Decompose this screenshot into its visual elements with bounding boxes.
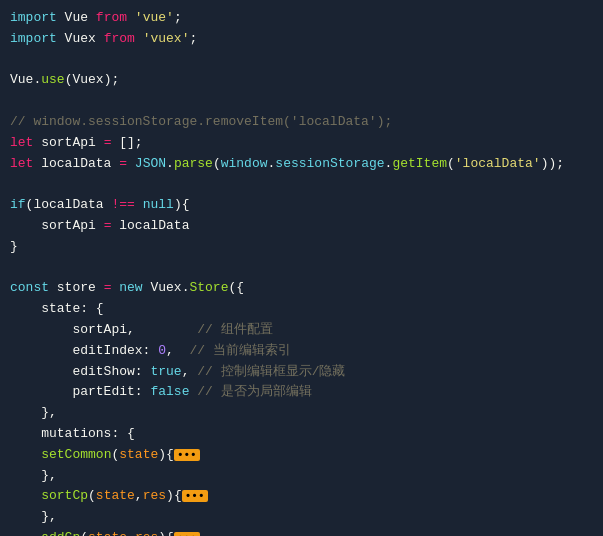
code-line-9 (10, 174, 593, 195)
code-line-8: let localData = JSON.parse(window.sessio… (10, 154, 593, 175)
code-line-6: // window.sessionStorage.removeItem('loc… (10, 112, 593, 133)
code-line-24: sortCp(state,res){••• (10, 486, 593, 507)
code-line-25: }, (10, 507, 593, 528)
code-line-10: if(localData !== null){ (10, 195, 593, 216)
code-line-20: }, (10, 403, 593, 424)
code-line-2: import Vuex from 'vuex'; (10, 29, 593, 50)
code-line-14: const store = new Vuex.Store({ (10, 278, 593, 299)
code-line-1: import Vue from 'vue'; (10, 8, 593, 29)
collapse-badge-3[interactable]: ••• (174, 532, 200, 536)
code-line-17: editIndex: 0, // 当前编辑索引 (10, 341, 593, 362)
code-line-16: sortApi, // 组件配置 (10, 320, 593, 341)
code-line-22: setCommon(state){••• (10, 445, 593, 466)
code-line-5 (10, 91, 593, 112)
code-line-15: state: { (10, 299, 593, 320)
collapse-badge-1[interactable]: ••• (174, 449, 200, 461)
code-editor: import Vue from 'vue'; import Vuex from … (0, 0, 603, 536)
code-line-21: mutations: { (10, 424, 593, 445)
code-line-18: editShow: true, // 控制编辑框显示/隐藏 (10, 362, 593, 383)
collapse-badge-2[interactable]: ••• (182, 490, 208, 502)
code-line-26: addCp(state,res){••• (10, 528, 593, 536)
code-line-19: partEdit: false // 是否为局部编辑 (10, 382, 593, 403)
code-line-23: }, (10, 466, 593, 487)
code-line-13 (10, 258, 593, 279)
code-line-11: sortApi = localData (10, 216, 593, 237)
code-line-4: Vue.use(Vuex); (10, 70, 593, 91)
code-line-12: } (10, 237, 593, 258)
code-line-7: let sortApi = []; (10, 133, 593, 154)
code-line-3 (10, 50, 593, 71)
